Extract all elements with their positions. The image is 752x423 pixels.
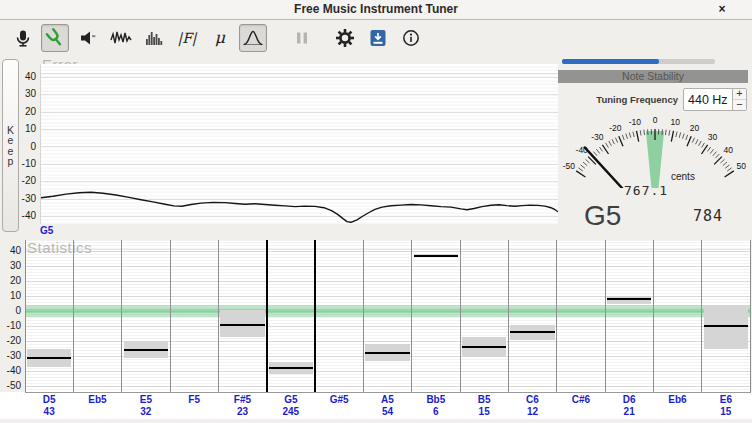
- stats-y-tick-label: -10: [0, 320, 21, 331]
- dial-minor-tick: [710, 149, 713, 153]
- dial-tick-label: 50: [736, 161, 746, 171]
- error-y-tick-label: -20: [6, 175, 36, 186]
- stats-count-label: 21: [605, 406, 653, 417]
- stats-median-line: [269, 367, 313, 369]
- stats-note-label: D6: [605, 394, 653, 405]
- save-capture-button[interactable]: [364, 24, 392, 52]
- error-y-tick-label: 0: [6, 141, 36, 152]
- toolbar: |F| μ: [0, 20, 752, 55]
- stats-median-line: [27, 357, 71, 359]
- spin-down-button[interactable]: −: [733, 100, 746, 110]
- stats-count-label: 54: [363, 406, 411, 417]
- spectrum-button[interactable]: [140, 24, 168, 52]
- stats-y-tick-label: -40: [0, 365, 21, 376]
- detected-note-readout: G5: [584, 200, 621, 232]
- stats-note-label: Eb6: [653, 394, 701, 405]
- pause-button[interactable]: [288, 24, 316, 52]
- stats-note-label: E5: [122, 394, 170, 405]
- statistics-button[interactable]: [239, 24, 267, 52]
- dial-major-tick: [725, 171, 734, 177]
- microtonal-button[interactable]: μ: [206, 24, 234, 52]
- fourier-button[interactable]: |F|: [173, 24, 201, 52]
- dial-minor-tick: [581, 165, 585, 168]
- error-plot: [40, 64, 558, 224]
- titlebar: Free Music Instrument Tuner ×: [0, 0, 752, 20]
- note-stability-progressbar: [562, 59, 715, 64]
- dial-minor-tick: [612, 139, 615, 144]
- cents-dial: -50-40-30-20-1001020304050: [553, 110, 752, 188]
- stats-median-line: [607, 298, 651, 300]
- pause-icon: [294, 30, 310, 46]
- dial-minor-tick: [644, 130, 645, 135]
- dial-minor-tick: [629, 133, 631, 138]
- stats-column-separator: [508, 240, 509, 393]
- speaker-icon: [78, 28, 98, 48]
- dial-minor-tick: [594, 152, 598, 156]
- stats-column-separator: [556, 240, 557, 393]
- fourier-icon: |F|: [177, 30, 196, 46]
- dial-minor-tick: [615, 138, 617, 143]
- close-button[interactable]: ×: [714, 2, 730, 17]
- dial-minor-tick: [713, 152, 717, 156]
- dial-minor-tick: [707, 147, 710, 151]
- gaussian-curve-icon: [242, 28, 264, 48]
- stats-column-separator: [170, 240, 171, 393]
- dial-tick-label: -30: [591, 132, 604, 142]
- stats-column-separator: [701, 240, 702, 393]
- stats-y-tick-label: 30: [0, 260, 21, 271]
- mu-icon: μ: [215, 28, 225, 47]
- dial-major-tick: [671, 131, 673, 142]
- cents-units-label: cents: [671, 171, 695, 182]
- dial-major-tick: [687, 136, 691, 146]
- dial-tick-label: 0: [653, 115, 658, 125]
- about-button[interactable]: [397, 24, 425, 52]
- target-frequency-readout: 784: [693, 207, 723, 225]
- stats-note-label: Eb5: [73, 394, 121, 405]
- error-y-tick-label: -10: [6, 158, 36, 169]
- stats-median-line: [462, 346, 506, 348]
- dial-minor-tick: [699, 141, 702, 146]
- stats-median-line: [704, 325, 748, 327]
- stats-column-separator: [605, 240, 606, 393]
- dial-tick-label: -20: [609, 123, 622, 133]
- stats-current-note-separator: [314, 240, 316, 393]
- waveform-button[interactable]: [107, 24, 135, 52]
- dial-minor-tick: [599, 147, 602, 151]
- stats-column-separator: [750, 240, 751, 393]
- stats-count-label: 23: [218, 406, 266, 417]
- stats-median-line: [414, 255, 458, 257]
- stats-note-label: B5: [460, 394, 508, 405]
- stats-note-label: Bb5: [412, 394, 460, 405]
- tuning-frequency-input[interactable]: [684, 89, 732, 110]
- dial-minor-tick: [583, 162, 587, 166]
- microphone-button[interactable]: [8, 24, 36, 52]
- stats-count-label: 245: [267, 406, 315, 417]
- tuning-fork-icon: [44, 27, 66, 49]
- dial-minor-tick: [606, 143, 609, 148]
- microphone-icon: [12, 28, 32, 48]
- speaker-button[interactable]: [74, 24, 102, 52]
- settings-button[interactable]: [331, 24, 359, 52]
- tuning-frequency-spinbox[interactable]: + −: [683, 88, 747, 111]
- dial-minor-tick: [725, 165, 729, 168]
- dial-minor-tick: [626, 134, 628, 139]
- dial-minor-tick: [640, 130, 641, 135]
- stats-count-label: 32: [122, 406, 170, 417]
- dial-minor-tick: [676, 132, 677, 137]
- dial-minor-tick: [622, 135, 624, 140]
- dial-tick-label: 10: [670, 117, 680, 127]
- stats-count-label: 15: [702, 406, 750, 417]
- stats-column-separator: [121, 240, 122, 393]
- dial-major-tick: [637, 131, 639, 142]
- dial-minor-tick: [716, 154, 720, 158]
- tuning-fork-button[interactable]: [41, 24, 69, 52]
- stats-note-label: G#5: [315, 394, 363, 405]
- dial-minor-tick: [727, 168, 731, 171]
- error-y-tick-label: 40: [6, 71, 36, 82]
- stats-green-band-center: [25, 309, 750, 313]
- stats-column-separator: [218, 240, 219, 393]
- dial-minor-tick: [679, 133, 681, 138]
- current-frequency-readout: 767.1: [624, 183, 668, 198]
- dial-minor-tick: [666, 130, 667, 135]
- stats-column-separator: [411, 240, 412, 393]
